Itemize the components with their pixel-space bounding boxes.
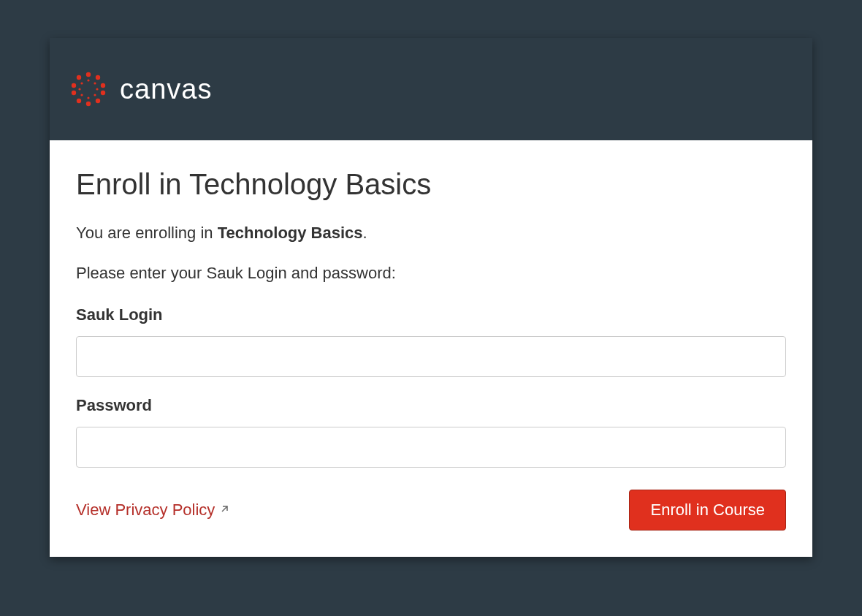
svg-point-15 [80, 94, 83, 96]
svg-point-8 [72, 83, 76, 88]
enroll-description: You are enrolling in Technology Basics. [76, 222, 786, 245]
enroll-submit-button[interactable]: Enroll in Course [629, 490, 786, 531]
enroll-suffix: . [363, 224, 367, 242]
svg-point-0 [86, 72, 91, 77]
privacy-policy-text: View Privacy Policy [76, 501, 215, 520]
password-label: Password [76, 396, 786, 415]
canvas-icon [70, 71, 107, 107]
login-field-block: Sauk Login [76, 305, 786, 377]
canvas-logo-text: canvas [120, 74, 212, 105]
svg-point-16 [78, 88, 80, 90]
svg-point-7 [72, 91, 76, 95]
password-field-block: Password [76, 396, 786, 468]
card-body: Enroll in Technology Basics You are enro… [50, 140, 812, 557]
svg-point-14 [87, 96, 89, 99]
svg-point-9 [77, 75, 81, 80]
login-instructions: Please enter your Sauk Login and passwor… [76, 262, 786, 285]
svg-point-4 [96, 99, 100, 103]
svg-point-17 [80, 82, 83, 84]
page-title: Enroll in Technology Basics [76, 167, 786, 202]
svg-point-3 [101, 91, 105, 95]
svg-point-1 [96, 75, 100, 80]
svg-point-2 [101, 83, 105, 88]
svg-point-10 [87, 79, 89, 81]
password-input[interactable] [76, 427, 786, 468]
canvas-logo: canvas [70, 71, 212, 107]
privacy-policy-link[interactable]: View Privacy Policy [76, 501, 229, 520]
svg-point-11 [94, 82, 96, 84]
login-input[interactable] [76, 336, 786, 377]
form-footer: View Privacy Policy Enroll in Course [76, 490, 786, 531]
svg-point-6 [77, 99, 81, 103]
login-label: Sauk Login [76, 305, 786, 324]
external-link-icon [219, 504, 229, 517]
card-header: canvas [50, 38, 812, 140]
svg-point-13 [94, 94, 96, 96]
enroll-prefix: You are enrolling in [76, 224, 218, 242]
svg-point-5 [86, 102, 91, 106]
svg-point-12 [96, 88, 98, 90]
enroll-card: canvas Enroll in Technology Basics You a… [50, 38, 812, 557]
course-name: Technology Basics [218, 224, 363, 242]
